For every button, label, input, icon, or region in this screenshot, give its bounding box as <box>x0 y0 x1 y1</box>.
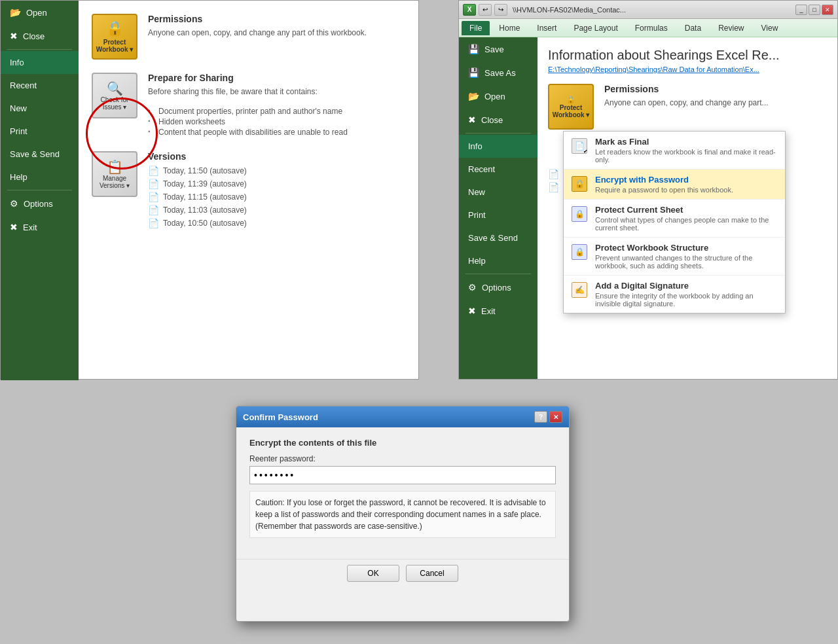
digital-sig-text: Add a Digital Signature Ensure the integ… <box>595 281 778 308</box>
sidebar-item-print-r[interactable]: Print <box>459 204 537 226</box>
encrypt-desc: Require a password to open this workbook… <box>595 186 778 194</box>
sidebar-item-info-r[interactable]: Info <box>459 135 537 158</box>
right-permissions-title: Permissions <box>604 84 827 94</box>
ver-icon: 📄 <box>148 192 159 202</box>
password-input[interactable] <box>249 466 556 484</box>
permissions-desc: Anyone can open, copy, and change any pa… <box>148 28 405 37</box>
tab-formulas[interactable]: Formulas <box>627 21 676 35</box>
right-permissions-text: Permissions Anyone can open, copy, and c… <box>604 84 827 118</box>
protect-workbook-button[interactable]: 🔒 ProtectWorkbook ▾ <box>92 14 137 60</box>
tab-data[interactable]: Data <box>677 21 709 35</box>
protect-sheet-icon: 🔒 <box>570 205 589 223</box>
ribbon-right: File Home Insert Page Layout Formulas Da… <box>459 19 837 37</box>
sidebar-item-open[interactable]: 📂 Open <box>1 1 79 24</box>
digital-sig-desc: Ensure the integrity of the workbook by … <box>595 292 778 308</box>
left-content: 🔒 ProtectWorkbook ▾ Permissions Anyone c… <box>79 1 418 379</box>
sidebar-divider-r <box>465 133 531 134</box>
dropdown-item-encrypt[interactable]: 🔒 Encrypt with Password Require a passwo… <box>564 170 785 200</box>
sidebar-item-exit[interactable]: ✖ Exit <box>1 215 79 239</box>
dropdown-item-mark-as-final[interactable]: 📄 ✔ Mark as Final Let readers know the w… <box>564 132 785 170</box>
sidebar-item-new[interactable]: New <box>1 97 79 120</box>
exit-icon: ✖ <box>10 222 18 232</box>
sidebar-item-info[interactable]: Info <box>1 51 79 74</box>
sidebar-item-print[interactable]: Print <box>1 120 79 143</box>
sidebar-item-help[interactable]: Help <box>1 166 79 188</box>
mark-final-title: Mark as Final <box>595 137 778 147</box>
protect-sheet-text: Protect Current Sheet Control what types… <box>595 205 778 232</box>
sidebar-item-save-send-r[interactable]: Save & Send <box>459 226 537 249</box>
versions-icon: 📋 <box>107 159 123 175</box>
tab-insert[interactable]: Insert <box>529 21 564 35</box>
dialog-window-controls: ? ✕ <box>534 411 562 423</box>
permissions-text: Permissions Anyone can open, copy, and c… <box>148 14 405 48</box>
exit-icon-r: ✖ <box>468 306 476 316</box>
dialog-title-text: Confirm Password <box>243 412 318 422</box>
sidebar-item-new-r[interactable]: New <box>459 181 537 204</box>
sidebar-item-open-r[interactable]: 📂 Open <box>459 84 537 108</box>
open-icon: 📂 <box>10 7 21 18</box>
sidebar-item-options[interactable]: ⚙ Options <box>1 192 79 215</box>
sidebar-item-recent-r[interactable]: Recent <box>459 158 537 181</box>
ver-icon-r2: 📄 <box>548 182 559 192</box>
sidebar-item-options-r[interactable]: ⚙ Options <box>459 276 537 299</box>
sidebar-item-save-as[interactable]: 💾 Save As <box>459 61 537 84</box>
tab-home[interactable]: Home <box>491 21 528 35</box>
ver-icon: 📄 <box>148 166 159 176</box>
close-button[interactable]: ✕ <box>822 5 833 15</box>
right-protect-workbook-button[interactable]: 🔒 ProtectWorkbook ▾ <box>548 84 594 130</box>
dropdown-item-protect-sheet[interactable]: 🔒 Protect Current Sheet Control what typ… <box>564 200 785 238</box>
undo-icon[interactable]: ↩ <box>479 4 492 16</box>
bullet-item: Content that people with disabilities ar… <box>148 128 405 137</box>
ver-icon: 📄 <box>148 218 159 228</box>
dialog-section-title: Encrypt the contents of this file <box>249 438 556 448</box>
sidebar-item-help-r[interactable]: Help <box>459 249 537 272</box>
minimize-button[interactable]: _ <box>795 5 807 15</box>
ver-icon-r: 📄 <box>548 169 559 179</box>
right-lock-icon: 🔒 <box>566 96 575 104</box>
versions-section: 📋 ManageVersions ▾ Versions 📄 Today, 11:… <box>92 151 405 231</box>
bullet-item: Hidden worksheets <box>148 117 405 126</box>
encrypt-text: Encrypt with Password Require a password… <box>595 175 778 194</box>
cancel-button[interactable]: Cancel <box>406 565 458 582</box>
sidebar-item-save-send[interactable]: Save & Send <box>1 143 79 166</box>
sidebar-item-close-r[interactable]: ✖ Close <box>459 108 537 132</box>
info-path[interactable]: E:\Technology\Reporting\Shearings\Raw Da… <box>548 65 827 73</box>
sidebar-item-exit-r[interactable]: ✖ Exit <box>459 299 537 323</box>
sidebar-item-recent[interactable]: Recent <box>1 74 79 97</box>
sidebar-item-close[interactable]: ✖ Close <box>1 24 79 48</box>
sidebar-divider-2 <box>7 190 72 190</box>
save-icon: 💾 <box>468 44 479 54</box>
tab-view[interactable]: View <box>754 21 786 35</box>
redo-icon[interactable]: ↪ <box>494 4 507 16</box>
manage-versions-button[interactable]: 📋 ManageVersions ▾ <box>92 151 137 197</box>
tab-page-layout[interactable]: Page Layout <box>566 21 625 35</box>
dialog-warning-text: Caution: If you lose or forget the passw… <box>249 491 556 538</box>
version-item: 📄 Today, 10:50 (autosave) <box>148 218 405 228</box>
versions-title: Versions <box>148 151 405 162</box>
dialog-help-button[interactable]: ? <box>534 411 547 423</box>
dropdown-item-protect-structure[interactable]: 🔒 Protect Workbook Structure Prevent unw… <box>564 238 785 276</box>
sidebar-divider <box>7 49 72 50</box>
protect-structure-desc: Prevent unwanted changes to the structur… <box>595 254 778 270</box>
mark-final-desc: Let readers know the workbook is final a… <box>595 148 778 164</box>
permissions-title: Permissions <box>148 14 405 24</box>
ok-button[interactable]: OK <box>347 565 399 582</box>
version-item: 📄 Today, 11:03 (autosave) <box>148 205 405 215</box>
prepare-bullets: Document properties, printer path and au… <box>148 107 405 137</box>
check-for-issues-button[interactable]: 🔍 Check forIssues ▾ <box>92 73 137 118</box>
left-sidebar: 📂 Open ✖ Close Info Recent New Print Sav… <box>1 1 79 380</box>
encrypt-title: Encrypt with Password <box>595 175 778 185</box>
tab-file[interactable]: File <box>462 21 490 35</box>
dialog-close-button[interactable]: ✕ <box>549 411 562 423</box>
dialog-footer: OK Cancel <box>236 559 569 587</box>
dialog-container: Confirm Password ? ✕ Encrypt the content… <box>236 406 570 622</box>
sidebar-item-save[interactable]: 💾 Save <box>459 37 537 61</box>
dropdown-item-digital-sig[interactable]: ✍ Add a Digital Signature Ensure the int… <box>564 276 785 313</box>
check-icon: 🔍 <box>107 80 123 96</box>
close-icon: ✖ <box>10 31 18 41</box>
digital-sig-title: Add a Digital Signature <box>595 281 778 291</box>
maximize-button[interactable]: □ <box>809 5 820 15</box>
protect-dropdown-menu: 📄 ✔ Mark as Final Let readers know the w… <box>563 131 786 313</box>
right-sidebar: 💾 Save 💾 Save As 📂 Open ✖ Close Info Rec… <box>459 37 537 379</box>
tab-review[interactable]: Review <box>710 21 752 35</box>
